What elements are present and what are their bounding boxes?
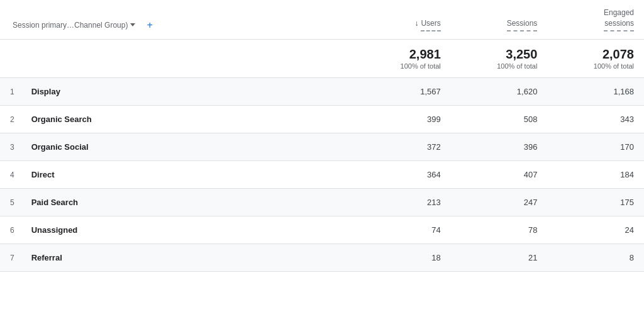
sessions-col-label: Sessions	[507, 18, 538, 31]
totals-users-pct: 100% of total	[364, 62, 441, 70]
totals-dimension-cell	[0, 39, 354, 77]
row-number: 6	[10, 226, 29, 235]
totals-row: 2,981 100% of total 3,250 100% of total …	[0, 39, 644, 77]
row-engaged-cell: 1,168	[547, 77, 644, 105]
chevron-down-icon	[130, 23, 135, 26]
row-sessions-cell: 508	[451, 105, 548, 133]
row-engaged-cell: 24	[547, 216, 644, 244]
totals-engaged-cell: 2,078 100% of total	[547, 39, 644, 77]
row-dimension-cell: 7 Referral	[0, 244, 354, 271]
row-number: 7	[10, 254, 29, 262]
row-sessions-cell: 407	[451, 160, 548, 188]
dimension-col-label: Session primary…Channel Group)	[13, 21, 128, 30]
users-col-label: Users	[421, 18, 440, 31]
row-dimension-cell: 1 Display	[0, 77, 354, 105]
totals-sessions-cell: 3,250 100% of total	[451, 39, 548, 77]
row-label: Organic Social	[31, 142, 89, 152]
engaged-sessions-col-header: Engaged sessions	[547, 0, 644, 39]
row-label: Direct	[31, 170, 55, 179]
row-engaged-cell: 170	[547, 133, 644, 160]
row-sessions-cell: 396	[451, 133, 548, 160]
row-label: Paid Search	[31, 198, 78, 207]
analytics-table: Session primary…Channel Group) + ↓Users …	[0, 0, 644, 336]
row-number: 5	[10, 198, 29, 207]
row-label: Organic Search	[31, 115, 92, 124]
sort-down-icon: ↓	[414, 19, 418, 28]
row-engaged-cell: 343	[547, 105, 644, 133]
row-users-cell: 74	[354, 216, 451, 244]
totals-sessions-pct: 100% of total	[461, 62, 538, 70]
row-users-cell: 1,567	[354, 77, 451, 105]
row-sessions-cell: 1,620	[451, 77, 548, 105]
dimension-dropdown-button[interactable]: Session primary…Channel Group)	[10, 20, 138, 31]
totals-engaged-pct: 100% of total	[557, 62, 634, 70]
totals-engaged-value: 2,078	[557, 46, 634, 62]
table-row: 7 Referral 18 21 8	[0, 244, 644, 271]
row-number: 1	[10, 87, 29, 96]
row-label: Unassigned	[31, 225, 78, 235]
row-number: 3	[10, 143, 29, 152]
table-row: 1 Display 1,567 1,620 1,168	[0, 77, 644, 105]
row-label: Display	[31, 87, 60, 96]
row-sessions-cell: 78	[451, 216, 548, 244]
row-engaged-cell: 175	[547, 188, 644, 216]
totals-users-cell: 2,981 100% of total	[354, 39, 451, 77]
row-dimension-cell: 3 Organic Social	[0, 133, 354, 160]
dimension-col-header: Session primary…Channel Group) +	[0, 0, 354, 39]
table-row: 5 Paid Search 213 247 175	[0, 188, 644, 216]
row-number: 2	[10, 115, 29, 124]
table-row: 3 Organic Social 372 396 170	[0, 133, 644, 160]
row-users-cell: 372	[354, 133, 451, 160]
row-dimension-cell: 2 Organic Search	[0, 105, 354, 133]
row-engaged-cell: 8	[547, 244, 644, 271]
table-header-row: Session primary…Channel Group) + ↓Users …	[0, 0, 644, 39]
table-row: 6 Unassigned 74 78 24	[0, 216, 644, 244]
row-sessions-cell: 21	[451, 244, 548, 271]
totals-users-value: 2,981	[364, 46, 441, 62]
row-dimension-cell: 6 Unassigned	[0, 216, 354, 244]
row-sessions-cell: 247	[451, 188, 548, 216]
row-users-cell: 399	[354, 105, 451, 133]
row-dimension-cell: 4 Direct	[0, 160, 354, 188]
row-engaged-cell: 184	[547, 160, 644, 188]
sessions-col-header: Sessions	[451, 0, 548, 39]
row-users-cell: 213	[354, 188, 451, 216]
users-col-header: ↓Users	[354, 0, 451, 39]
totals-sessions-value: 3,250	[461, 46, 538, 62]
row-users-cell: 18	[354, 244, 451, 271]
row-number: 4	[10, 171, 29, 179]
row-label: Referral	[31, 253, 62, 262]
table-row: 2 Organic Search 399 508 343	[0, 105, 644, 133]
engaged-sessions-col-label: Engaged sessions	[604, 8, 634, 31]
row-dimension-cell: 5 Paid Search	[0, 188, 354, 216]
table-row: 4 Direct 364 407 184	[0, 160, 644, 188]
add-dimension-button[interactable]: +	[143, 19, 156, 31]
row-users-cell: 364	[354, 160, 451, 188]
